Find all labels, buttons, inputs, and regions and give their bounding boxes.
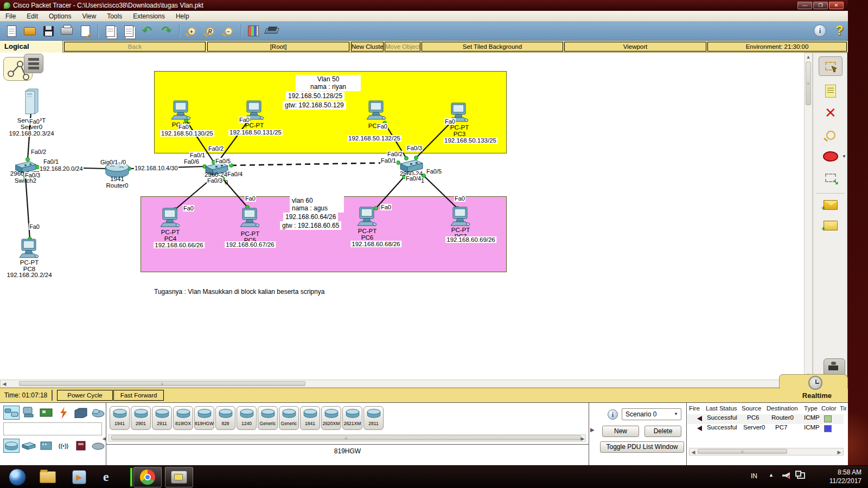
pdu-list-scrollbar[interactable]: ◀ ≡ ▶ (689, 448, 844, 455)
place-note-tool[interactable] (819, 81, 843, 101)
info-icon[interactable]: i (814, 24, 826, 37)
root-button[interactable]: [Root] (207, 42, 349, 52)
tray-volume-icon[interactable]: ⊘ (782, 472, 790, 479)
zoom-reset-icon[interactable]: R (202, 23, 218, 38)
device-pc2[interactable] (365, 100, 388, 124)
pdu-row[interactable]: Successful Server0 PC7 ICMP (687, 424, 844, 434)
scenario-expand-arrow[interactable]: ▶ (590, 427, 595, 433)
new-scenario-button[interactable]: New (602, 426, 639, 437)
new-file-icon[interactable] (3, 23, 20, 38)
viewport-button[interactable]: Viewport (564, 42, 706, 52)
zoom-in-icon[interactable]: + (183, 23, 200, 38)
delete-scenario-button[interactable]: Delete (644, 426, 681, 437)
delete-tool[interactable]: ✕ (819, 103, 843, 123)
device-pc0[interactable] (170, 100, 193, 124)
taskbar-ie-button[interactable]: e (97, 467, 125, 487)
menu-view[interactable]: View (76, 11, 101, 21)
canvas-hscrollbar[interactable]: ◀ ≡ ▶ (0, 380, 804, 388)
open-file-icon[interactable] (22, 23, 38, 38)
device-pc5[interactable] (239, 208, 261, 232)
model-button[interactable]: 2911 (152, 406, 172, 430)
menu-tools[interactable]: Tools (101, 11, 127, 21)
minimize-button[interactable]: — (797, 2, 812, 9)
set-tiled-background-button[interactable]: Set Tiled Background (422, 42, 563, 52)
logical-workspace[interactable]: Vlan 50nama : riyan 192.168.50.128/25 gt… (0, 53, 804, 380)
category-network-devices-icon[interactable] (3, 406, 20, 420)
taskbar-mediaplayer-button[interactable]: ▶ (65, 467, 93, 487)
model-list-scrollbar[interactable]: ◀ ≡ ▶ (108, 434, 586, 442)
toggle-pdu-list-button[interactable]: Toggle PDU List Window (600, 441, 684, 453)
pdu-row[interactable]: Successful PC6 Router0 ICMP (687, 414, 844, 424)
tray-language[interactable]: IN (751, 472, 757, 480)
fire-icon[interactable] (697, 416, 702, 421)
menu-edit[interactable]: Edit (21, 11, 43, 21)
copy-icon[interactable] (102, 23, 118, 38)
add-complex-pdu-tool[interactable]: + (819, 216, 843, 235)
subcategory-routers-icon[interactable] (3, 439, 20, 453)
device-pc6[interactable] (356, 207, 379, 230)
scenario-info-icon[interactable]: i (608, 409, 618, 420)
redo-icon[interactable]: ↷ (158, 23, 175, 38)
resize-shape-tool[interactable]: ↘ (819, 168, 843, 188)
tray-clock[interactable]: 8:58 AM 11/22/2017 (829, 468, 861, 485)
category-components-icon[interactable] (38, 406, 54, 420)
maximize-button[interactable]: ❐ (813, 2, 828, 9)
power-cycle-button[interactable]: Power Cycle Devices (57, 390, 113, 401)
start-button[interactable] (3, 467, 31, 487)
category-multiuser-icon[interactable] (90, 406, 106, 420)
select-tool[interactable] (819, 56, 843, 76)
inspect-tool[interactable] (819, 125, 843, 145)
tab-logical[interactable]: Logical (0, 41, 63, 53)
close-button[interactable]: ✕ (829, 2, 844, 9)
model-button[interactable]: 819HGW (194, 406, 214, 430)
print-icon[interactable] (59, 23, 75, 38)
device-pc4[interactable] (159, 208, 182, 232)
model-button[interactable]: 1841 (300, 406, 320, 430)
model-button[interactable]: Generic (258, 406, 278, 430)
physical-workspace-icon[interactable] (24, 54, 43, 73)
new-cluster-button[interactable]: New Cluster (351, 42, 384, 52)
model-button[interactable]: 819IOX (173, 406, 193, 430)
back-button[interactable]: Back (64, 42, 206, 52)
palette-dialog-icon[interactable] (245, 23, 261, 38)
device-server0[interactable] (21, 88, 42, 118)
draw-ellipse-tool[interactable]: ▼ (819, 146, 843, 166)
taskbar-packettracer-button[interactable] (165, 467, 193, 487)
category-connections-icon[interactable] (55, 406, 72, 420)
model-button[interactable]: 2621XM (342, 406, 362, 430)
model-button[interactable]: 1941 (110, 406, 130, 430)
category-misc-icon[interactable] (73, 406, 89, 420)
canvas-vscrollbar[interactable]: ▲ ≡ ▼ (804, 53, 813, 380)
zoom-out-icon[interactable]: − (220, 23, 237, 38)
help-icon[interactable]: ? (835, 23, 844, 38)
model-button[interactable]: 1240 (237, 406, 257, 430)
taskbar-explorer-button[interactable] (34, 467, 62, 487)
undo-icon[interactable]: ↶ (139, 23, 155, 38)
category-end-devices-icon[interactable] (21, 406, 37, 420)
add-simple-pdu-tool[interactable]: + (819, 195, 843, 215)
activity-wizard-icon[interactable] (77, 23, 93, 38)
fast-forward-button[interactable]: Fast Forward Time (113, 390, 164, 401)
menu-options[interactable]: Options (43, 11, 76, 21)
taskbar-chrome-button[interactable] (133, 467, 162, 487)
model-button[interactable]: 829 (215, 406, 235, 430)
subcategory-switches-icon[interactable] (21, 439, 37, 453)
subcategory-security-icon[interactable] (73, 439, 89, 453)
tray-expand-icon[interactable]: ▲ (769, 472, 774, 478)
move-object-button[interactable]: Move Object (385, 42, 420, 52)
model-button[interactable]: 2811 (363, 406, 384, 430)
paste-icon[interactable] (120, 23, 137, 38)
tray-network-icon[interactable] (797, 472, 805, 479)
menu-file[interactable]: File (0, 11, 21, 21)
model-button[interactable]: 2901 (131, 406, 151, 430)
fire-icon[interactable] (697, 426, 702, 431)
menu-extensions[interactable]: Extensions (127, 11, 170, 21)
subcategory-hubs-icon[interactable] (38, 439, 54, 453)
menu-help[interactable]: Help (170, 11, 195, 21)
scenario-dropdown[interactable]: Scenario 0 (622, 408, 681, 420)
save-icon[interactable] (40, 23, 56, 38)
environment-button[interactable]: Environment: 21:30:00 (707, 42, 847, 52)
realtime-clock-icon[interactable] (808, 376, 822, 390)
model-button[interactable]: 2620XM (321, 406, 341, 430)
custom-devices-dialog-icon[interactable] (264, 23, 280, 38)
